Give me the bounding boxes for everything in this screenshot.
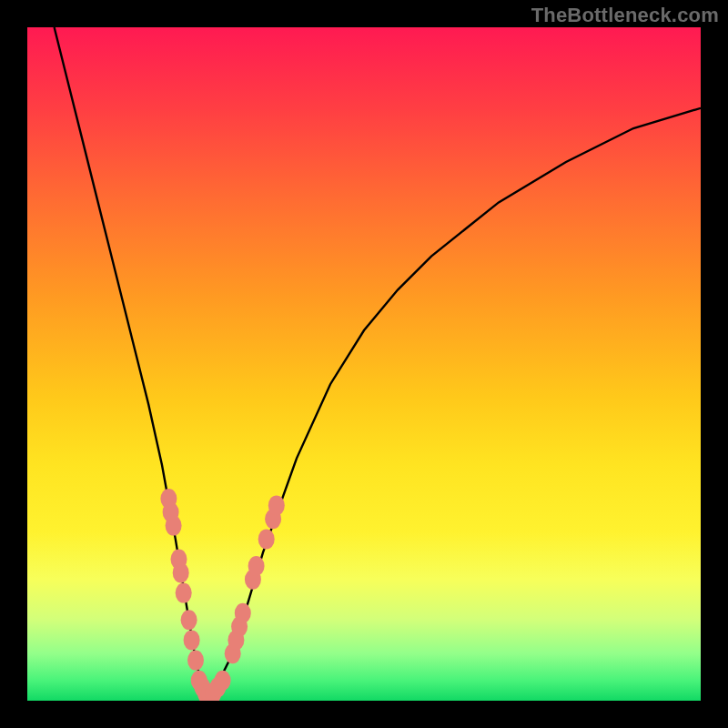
curve-marker [173, 562, 189, 582]
curve-marker [166, 516, 182, 536]
curve-marker [176, 583, 192, 603]
curve-marker [184, 630, 200, 650]
curve-marker [248, 556, 265, 576]
watermark-text: TheBottleneck.com [531, 4, 719, 27]
curve-marker [268, 495, 285, 515]
curve-marker [215, 671, 231, 691]
curve-svg [27, 27, 701, 701]
curve-marker [181, 610, 197, 630]
curve-marker [187, 651, 204, 671]
plot-area [27, 27, 701, 701]
curve-marker [235, 603, 251, 623]
marker-layer [160, 489, 284, 701]
bottleneck-curve [55, 27, 701, 694]
curve-marker [258, 529, 275, 549]
chart-frame: TheBottleneck.com [0, 0, 728, 728]
